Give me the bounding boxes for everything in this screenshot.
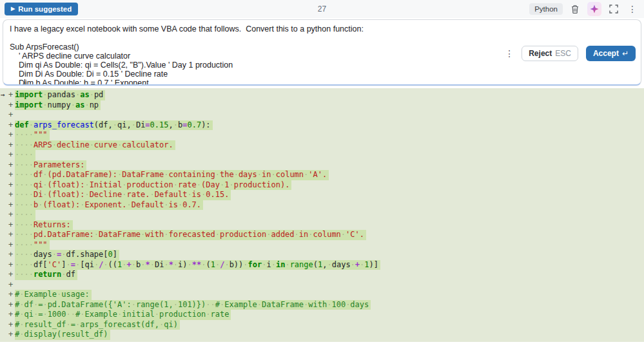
code-line-content: ····return·df <box>15 270 77 280</box>
suggestion-kebab-button[interactable]: ⋮ <box>505 48 514 59</box>
code-line: +····Di·(float):·Decline·rate.·Default·i… <box>0 190 644 200</box>
enter-icon: ↵ <box>622 49 629 58</box>
code-line: +····Returns: <box>0 220 644 231</box>
diff-added-marker: + <box>8 220 15 231</box>
code-line-content: ···· <box>15 150 35 160</box>
code-line: +····""" <box>0 240 644 250</box>
code-line: +import·numpy·as·np <box>0 100 644 111</box>
diff-added-marker: + <box>8 160 15 171</box>
diff-added-marker: + <box>8 320 15 330</box>
prompt-line: Dim b As Double: b = 0.7 ' Exponent <box>10 79 634 86</box>
code-line: →+import·pandas·as·pd <box>0 90 644 100</box>
code-line: +···· <box>0 150 644 160</box>
sparkle-icon <box>590 5 599 14</box>
code-line-content: ····qi·(float):·Initial·production·rate·… <box>15 180 291 191</box>
code-line-content: #·display(result_df) <box>15 330 110 340</box>
code-line-content: ····pd.DataFrame:·DataFrame·with·forecas… <box>15 230 366 240</box>
accept-button[interactable]: Accept ↵ <box>586 46 636 61</box>
code-line-content: #·Example·usage: <box>15 290 92 300</box>
code-line: + <box>0 110 644 120</box>
code-line: +····b·(float):·Exponent.·Default·is·0.7… <box>0 200 644 211</box>
code-line-content: ····""" <box>15 240 50 250</box>
diff-added-marker: + <box>8 120 15 131</box>
kebab-icon: ⋮ <box>628 4 637 14</box>
diff-added-marker: + <box>8 140 15 151</box>
code-line-content: ···· <box>15 210 35 220</box>
code-line: + <box>0 280 644 290</box>
cell-toolbar: ▶ Run suggested 27 Python ⋮ <box>0 0 644 18</box>
code-line: +····""" <box>0 130 644 140</box>
suggestion-action-bar: ⋮ Reject ESC Accept ↵ <box>505 46 636 61</box>
code-line-content: #·df·=·pd.DataFrame({'A':·range(1,·101)}… <box>15 300 371 310</box>
accept-label: Accept <box>593 49 619 58</box>
code-line: +····qi·(float):·Initial·production·rate… <box>0 180 644 191</box>
code-line-content: def·arps_forecast(df,·qi,·Di=0.15,·b=0.7… <box>15 120 213 131</box>
code-line-content: #·qi·=·1000··#·Example·initial·productio… <box>15 310 231 320</box>
code-line-content: ····days·=·df.shape[0] <box>15 250 119 260</box>
diff-added-marker: + <box>8 260 15 270</box>
diff-added-marker: + <box>8 130 15 140</box>
diff-added-marker: + <box>8 230 15 240</box>
code-line-content: ····b·(float):·Exponent.·Default·is·0.7. <box>15 200 203 211</box>
current-line-arrow-icon: → <box>0 90 8 100</box>
code-line-content: import·pandas·as·pd <box>15 90 105 100</box>
code-line: +····return·df <box>0 270 644 280</box>
run-suggested-button[interactable]: ▶ Run suggested <box>5 3 78 15</box>
diff-added-marker: + <box>8 280 15 290</box>
code-line: +····ARPS·decline·curve·calculator. <box>0 140 644 151</box>
code-line: +····days·=·df.shape[0] <box>0 250 644 260</box>
diff-added-marker: + <box>8 290 15 300</box>
code-line-content: ····ARPS·decline·curve·calculator. <box>15 140 175 151</box>
code-line: +#·display(result_df) <box>0 330 644 340</box>
diff-added-marker: + <box>8 90 15 100</box>
suggested-code-diff[interactable]: →+import·pandas·as·pd+import·numpy·as·np… <box>0 88 644 342</box>
code-line: +····pd.DataFrame:·DataFrame·with·foreca… <box>0 230 644 240</box>
code-line: +····df['C']·=·[qi·/·((1·+·b·*·Di·*·i)·*… <box>0 260 644 270</box>
code-line: +#·df·=·pd.DataFrame({'A':·range(1,·101)… <box>0 300 644 310</box>
text-caret <box>24 79 25 86</box>
diff-added-marker: + <box>8 110 15 120</box>
prompt-line <box>10 33 634 42</box>
code-line: +#·Example·usage: <box>0 290 644 300</box>
diff-added-marker: + <box>8 210 15 220</box>
code-line: +def·arps_forecast(df,·qi,·Di=0.15,·b=0.… <box>0 120 644 131</box>
code-line-content: #·result_df·=·arps_forecast(df,·qi) <box>15 320 180 330</box>
kebab-icon: ⋮ <box>505 48 514 59</box>
diff-added-marker: + <box>8 310 15 320</box>
play-icon: ▶ <box>11 6 15 12</box>
code-line: +····Parameters: <box>0 160 644 171</box>
trash-button[interactable] <box>569 3 581 15</box>
diff-added-marker: + <box>8 100 15 111</box>
code-line-content: import·numpy·as·np <box>15 100 101 111</box>
run-suggested-label: Run suggested <box>18 5 72 13</box>
code-line: +#·result_df·=·arps_forecast(df,·qi) <box>0 320 644 330</box>
code-line: +····df·(pd.DataFrame):·DataFrame·contai… <box>0 170 644 180</box>
diff-added-marker: + <box>8 170 15 180</box>
toolbar-kebab-button[interactable]: ⋮ <box>626 3 639 15</box>
code-line-content: ····df·(pd.DataFrame):·DataFrame·contain… <box>15 170 329 180</box>
language-badge[interactable]: Python <box>529 3 563 15</box>
code-line-content: ····Parameters: <box>15 160 86 171</box>
prompt-line: I have a legacy excel notebook with some… <box>10 24 634 33</box>
prompt-line: Dim Di As Double: Di = 0.15 ' Decline ra… <box>10 70 634 79</box>
prompt-line: Dim qi As Double: qi = Cells(2, "B").Val… <box>10 61 634 70</box>
diff-added-marker: + <box>8 270 15 280</box>
code-line-content: ····df['C']·=·[qi·/·((1·+·b·*·Di·*·i)·**… <box>15 260 380 270</box>
code-line-content: ····Di·(float):·Decline·rate.·Default·is… <box>15 190 231 200</box>
fullscreen-button[interactable] <box>607 3 620 15</box>
reject-button[interactable]: Reject ESC <box>522 46 578 61</box>
diff-added-marker: + <box>8 240 15 250</box>
ai-assistant-button[interactable] <box>587 2 601 16</box>
diff-added-marker: + <box>8 190 15 200</box>
diff-added-marker: + <box>8 150 15 160</box>
prompt-editor[interactable]: I have a legacy excel notebook with some… <box>3 19 641 86</box>
diff-added-marker: + <box>8 250 15 260</box>
code-line-content: ····""" <box>15 130 50 140</box>
toolbar-right-group: Python ⋮ <box>529 2 644 16</box>
diff-added-marker: + <box>8 200 15 211</box>
diff-added-marker: + <box>8 300 15 310</box>
reject-label: Reject <box>529 49 552 58</box>
diff-added-marker: + <box>8 180 15 191</box>
diff-added-marker: + <box>8 330 15 340</box>
code-line: +···· <box>0 210 644 220</box>
